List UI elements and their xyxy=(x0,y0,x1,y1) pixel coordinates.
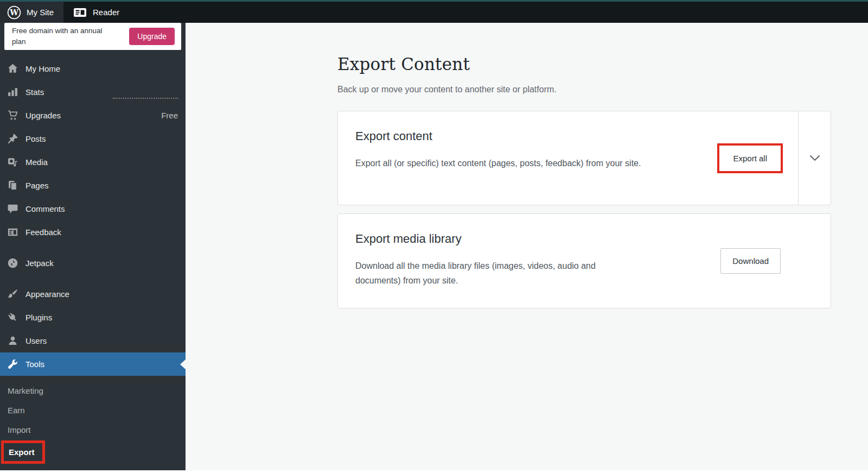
submenu-item-export[interactable]: Export xyxy=(0,440,186,464)
home-icon xyxy=(7,63,18,75)
my-site-tab[interactable]: W My Site xyxy=(0,2,63,23)
export-media-card: Export media library Download all the me… xyxy=(337,213,831,308)
media-icon xyxy=(7,156,18,168)
tools-submenu: Marketing Earn Import Export xyxy=(0,376,186,464)
sidebar-item-posts[interactable]: Posts xyxy=(0,127,186,150)
plugin-icon xyxy=(7,312,18,324)
jetpack-icon xyxy=(7,257,18,269)
my-site-label: My Site xyxy=(27,8,54,17)
feedback-icon xyxy=(7,226,18,238)
upgrades-free-badge: Free xyxy=(161,111,178,120)
sidebar-item-media[interactable]: Media xyxy=(0,150,186,174)
export-content-card: Export content Export all (or specific) … xyxy=(337,111,831,205)
sidebar-item-users[interactable]: Users xyxy=(0,329,186,352)
export-media-heading: Export media library xyxy=(355,232,703,246)
expand-card-toggle[interactable] xyxy=(799,111,831,205)
upsell-notice-text: Free domain with an annual plan xyxy=(12,26,107,47)
download-button[interactable]: Download xyxy=(720,248,781,274)
export-content-heading: Export content xyxy=(355,129,700,143)
submenu-item-import[interactable]: Import xyxy=(0,420,186,439)
sidebar-item-comments[interactable]: Comments xyxy=(0,197,186,220)
cart-icon xyxy=(7,110,18,122)
export-annotation-box: Export xyxy=(1,440,45,464)
brush-icon xyxy=(7,288,18,300)
export-media-description: Download all the media library files (im… xyxy=(355,259,637,288)
sidebar-item-jetpack[interactable]: Jetpack xyxy=(0,251,186,275)
main-content: Export Content Back up or move your cont… xyxy=(186,23,868,470)
stats-icon xyxy=(7,86,18,98)
export-content-description: Export all (or specific) text content (p… xyxy=(355,156,651,171)
sidebar-item-stats[interactable]: Stats xyxy=(0,80,186,104)
admin-sidebar: Free domain with an annual plan Upgrade … xyxy=(0,23,186,470)
wordpress-logo-icon: W xyxy=(7,5,21,20)
sidebar-item-feedback[interactable]: Feedback xyxy=(0,220,186,244)
sidebar-menu: My Home Stats Upgrades Free xyxy=(0,57,186,464)
pushpin-icon xyxy=(7,133,18,145)
sidebar-item-plugins[interactable]: Plugins xyxy=(0,306,186,329)
upsell-notice: Free domain with an annual plan Upgrade xyxy=(4,23,181,50)
export-media-action: Download xyxy=(720,214,831,308)
stats-sparkline xyxy=(113,98,178,99)
export-all-annotation-box: Export all xyxy=(717,143,783,173)
current-menu-arrow xyxy=(180,360,186,369)
chevron-down-icon xyxy=(809,155,820,161)
window-bottom-edge xyxy=(0,470,868,473)
sidebar-item-tools[interactable]: Tools xyxy=(0,352,186,376)
export-content-action: Export all xyxy=(717,111,798,205)
svg-text:W: W xyxy=(9,8,18,17)
reader-icon xyxy=(73,7,87,18)
comment-icon xyxy=(7,203,18,215)
export-all-button[interactable]: Export all xyxy=(719,146,781,171)
masthead: W My Site Reader xyxy=(0,0,868,23)
upgrade-button[interactable]: Upgrade xyxy=(129,28,175,45)
submenu-item-earn[interactable]: Earn xyxy=(0,400,186,420)
user-icon xyxy=(7,335,18,347)
reader-tab[interactable]: Reader xyxy=(63,2,129,23)
page-title: Export Content xyxy=(337,54,831,74)
sidebar-item-pages[interactable]: Pages xyxy=(0,174,186,197)
pages-icon xyxy=(7,180,18,192)
sidebar-item-upgrades[interactable]: Upgrades Free xyxy=(0,104,186,127)
export-content-card-body: Export content Export all (or specific) … xyxy=(338,111,717,205)
sidebar-item-appearance[interactable]: Appearance xyxy=(0,282,186,306)
menu-separator xyxy=(0,244,186,251)
page-subtitle: Back up or move your content to another … xyxy=(337,85,831,94)
menu-separator xyxy=(0,275,186,282)
wordpress-admin-page: W My Site Reader Free domain with an ann… xyxy=(0,0,868,473)
sidebar-item-my-home[interactable]: My Home xyxy=(0,57,186,80)
wrench-icon xyxy=(7,358,18,370)
export-media-card-body: Export media library Download all the me… xyxy=(338,214,720,308)
submenu-item-marketing[interactable]: Marketing xyxy=(0,381,186,400)
reader-label: Reader xyxy=(93,8,119,17)
